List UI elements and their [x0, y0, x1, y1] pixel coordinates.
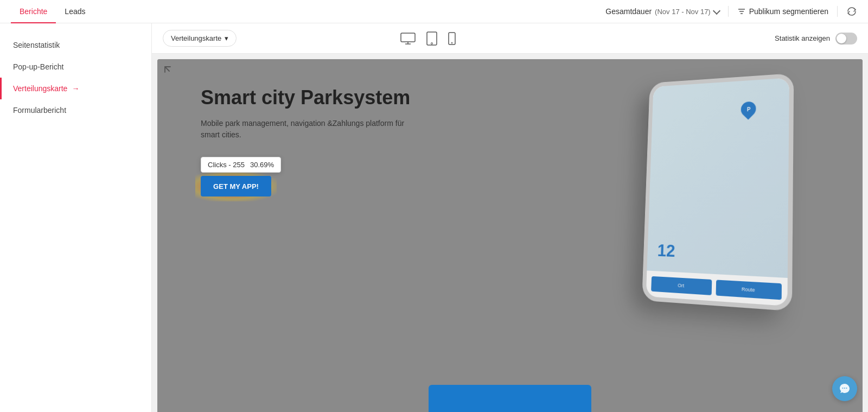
chat-bubble-button[interactable]: [832, 376, 857, 401]
svg-line-10: [165, 67, 169, 71]
preview-area: Smart city Parksystem Mobile park manage…: [152, 54, 868, 412]
collapse-button[interactable]: [164, 66, 177, 79]
chat-icon: [839, 383, 851, 395]
svg-rect-6: [427, 32, 437, 45]
gesamtdauer-label: Gesamtdauer: [605, 7, 652, 16]
arrow-right-icon: →: [72, 84, 79, 93]
bottom-section-hint: [429, 385, 591, 412]
svg-point-13: [846, 388, 847, 389]
refresh-button[interactable]: [846, 6, 857, 17]
gesamtdauer-selector[interactable]: Gesamtdauer (Nov 17 - Nov 17): [605, 7, 719, 16]
statistik-toggle[interactable]: [835, 33, 857, 45]
svg-point-7: [431, 42, 433, 44]
top-nav: Berichte Leads Gesamtdauer (Nov 17 - Nov…: [0, 0, 868, 23]
map-pin: P: [738, 99, 759, 120]
svg-point-11: [843, 388, 844, 389]
view-dropdown[interactable]: Verteilungskarte ▾: [163, 30, 237, 47]
tablet-icon[interactable]: [426, 31, 437, 46]
nav-right: Gesamtdauer (Nov 17 - Nov 17) Publikum s…: [605, 6, 857, 17]
click-count: Clicks - 255: [208, 161, 245, 169]
hero-title: Smart city Parksystem: [201, 86, 410, 109]
phone-body: P 12 Ort Route: [642, 73, 794, 311]
phone-screen: P 12 Ort Route: [646, 78, 789, 306]
chevron-down-icon: [713, 7, 720, 14]
toolbar: Verteilungskarte ▾: [152, 23, 868, 54]
tab-leads[interactable]: Leads: [56, 0, 94, 23]
desktop-icon[interactable]: [400, 33, 416, 45]
segment-button[interactable]: Publikum segmentieren: [737, 7, 828, 16]
sidebar-item-seitenstatistik[interactable]: Seitenstatistik: [0, 34, 151, 56]
filter-icon: [737, 7, 746, 16]
statistik-label: Statistik anzeigen: [775, 34, 830, 42]
map-number: 12: [657, 240, 675, 261]
mobile-icon[interactable]: [448, 32, 456, 45]
cta-button[interactable]: GET MY APP!: [201, 176, 271, 197]
sidebar: Seitenstatistik Pop-up-Bericht Verteilun…: [0, 23, 152, 412]
phone-map-area: P 12: [647, 78, 789, 278]
sidebar-item-formularbericht[interactable]: Formularbericht: [0, 99, 151, 121]
hero-subtitle: Mobile park management, navigation &Zahl…: [201, 118, 410, 141]
phone-btn-ort: Ort: [651, 276, 712, 295]
divider: [728, 6, 729, 17]
content-area: Verteilungskarte ▾: [152, 23, 868, 412]
statistik-controls: Statistik anzeigen: [775, 33, 857, 45]
sidebar-item-popup-bericht[interactable]: Pop-up-Bericht: [0, 56, 151, 78]
cta-wrapper: GET MY APP!: [201, 176, 271, 197]
dropdown-chevron-icon: ▾: [225, 34, 228, 42]
main-layout: Seitenstatistik Pop-up-Bericht Verteilun…: [0, 23, 868, 412]
gesamtdauer-period: (Nov 17 - Nov 17): [655, 8, 711, 16]
phone-mockup: P 12 Ort Route: [613, 75, 819, 336]
phone-btn-route: Route: [716, 280, 782, 300]
page-content: Smart city Parksystem Mobile park manage…: [157, 59, 863, 412]
click-tooltip: Clicks - 255 30.69%: [201, 157, 281, 173]
sidebar-item-verteilungskarte[interactable]: Verteilungskarte →: [0, 78, 151, 99]
divider2: [837, 6, 838, 17]
svg-rect-8: [449, 33, 455, 45]
toggle-knob: [837, 34, 846, 43]
hero-section: Smart city Parksystem Mobile park manage…: [201, 86, 410, 197]
svg-point-9: [451, 42, 452, 43]
svg-rect-3: [401, 33, 415, 42]
click-percent: 30.69%: [250, 161, 274, 169]
preview-frame: Smart city Parksystem Mobile park manage…: [157, 59, 863, 412]
device-icons: [400, 31, 456, 46]
svg-point-12: [844, 388, 845, 389]
tab-berichte[interactable]: Berichte: [11, 0, 56, 23]
